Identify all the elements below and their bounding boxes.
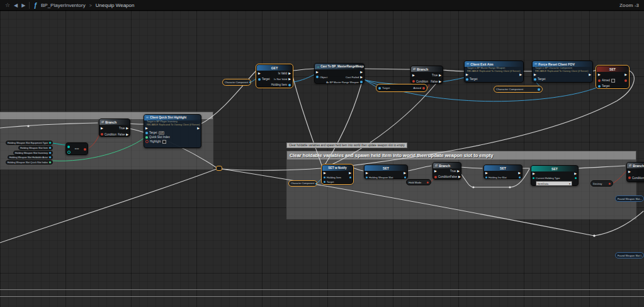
node-cast-to-bp-masterrangeweapon[interactable]: ➞Cast To BP_MasterRangeWeapon ▶ ▶ Object… — [314, 63, 364, 84]
object-pin[interactable] — [249, 81, 251, 83]
object-pin[interactable] — [324, 177, 325, 178]
exec-out-pin[interactable]: ▶ — [349, 171, 351, 175]
object-pin[interactable] — [349, 177, 351, 178]
exec-in-pin[interactable]: ▶ — [366, 171, 368, 175]
bool-pin[interactable] — [624, 79, 627, 82]
variable-pill-found-weapon-slot[interactable]: Found Weapon Slot... — [615, 195, 644, 202]
bool-pin[interactable] — [427, 182, 429, 183]
object-pin[interactable] — [366, 177, 368, 178]
node-set-w-notify[interactable]: SET w Notify ▶ ▶ Holding Item Target — [322, 165, 353, 184]
enum-pin[interactable] — [533, 177, 534, 179]
exec-out-pin[interactable]: ▶ — [197, 127, 200, 130]
node-get-validated[interactable]: GET ▶ Is Valid▶ Target Is Not Valid▶ Hol… — [256, 64, 293, 88]
node-set-holding-weapon-slot[interactable]: SET ▶ ▶ Holding Weapon Slot — [364, 165, 408, 179]
exec-out-pin[interactable]: ▶ — [126, 127, 128, 130]
enum-pin[interactable] — [49, 142, 51, 144]
object-pin[interactable] — [534, 78, 536, 81]
enum-pin[interactable] — [575, 177, 577, 179]
exec-in-pin[interactable]: ▶ — [434, 170, 437, 173]
exec-out-pin[interactable]: ▶ — [439, 80, 441, 83]
int-pin[interactable] — [145, 136, 148, 139]
node-equal-compare[interactable]: == — [65, 142, 88, 155]
object-pin[interactable] — [258, 78, 261, 81]
exec-out-pin[interactable]: ▶ — [360, 76, 363, 79]
exec-out-pin[interactable]: ▶ — [439, 74, 441, 77]
object-pin[interactable] — [466, 78, 468, 81]
exec-in-pin[interactable]: ▶ — [101, 127, 103, 130]
exec-out-pin[interactable]: ▶ — [360, 71, 363, 74]
variable-pill-character-component-3[interactable]: Character Component — [288, 180, 317, 187]
node-branch-mid[interactable]: ⇄Branch ▶ True▶ Condition False▶ — [432, 162, 461, 180]
exec-in-pin[interactable]: ▶ — [412, 74, 415, 77]
node-branch-top[interactable]: ⇄Branch ▶ True▶ Condition False▶ — [410, 66, 443, 84]
exec-in-pin[interactable]: ▶ — [598, 73, 601, 76]
variable-pill-found-weapon-slot-item[interactable]: Found Weapon Slot I... — [615, 252, 644, 258]
forward-arrow-icon[interactable]: ▶ — [21, 3, 25, 8]
enum-pin[interactable] — [67, 146, 70, 148]
node-branch-left[interactable]: ⇄Branch ▶ True▶ Condition False▶ — [99, 119, 130, 137]
exec-in-pin[interactable]: ▶ — [324, 171, 326, 175]
enum-dropdown[interactable]: ItemData ▾ — [536, 181, 572, 186]
object-pin[interactable] — [378, 87, 381, 90]
object-pin[interactable] — [288, 84, 291, 86]
node-set-aimed[interactable]: SET ▶ ▶ Aimed Target — [596, 66, 629, 88]
bool-pin[interactable] — [628, 177, 631, 179]
variable-pill-character-component-1[interactable]: Character Component — [222, 79, 251, 86]
bool-pin[interactable] — [412, 80, 415, 83]
exec-in-pin[interactable]: ▶ — [485, 171, 488, 175]
exec-out-pin[interactable]: ▶ — [126, 133, 128, 136]
back-arrow-icon[interactable]: ◀ — [14, 3, 18, 8]
exec-in-pin[interactable]: ▶ — [145, 127, 148, 130]
object-pin[interactable] — [598, 85, 601, 88]
exec-out-pin[interactable]: ▶ — [288, 78, 291, 81]
breadcrumb-blueprint[interactable]: BP_PlayerInventory — [41, 3, 86, 8]
breadcrumb-graph[interactable]: Unequip Weapon — [96, 3, 135, 8]
exec-in-pin[interactable]: ▶ — [628, 170, 631, 173]
node-set-current-holding-type[interactable]: SET ▶ ▶ Current Holding Type ItemData ▾ — [531, 165, 579, 186]
exec-out-pin[interactable]: ▶ — [458, 175, 461, 178]
bool-pin[interactable] — [422, 87, 425, 90]
object-pin[interactable] — [315, 183, 317, 185]
reroute-node[interactable] — [216, 166, 222, 171]
node-client-quick-slot-highlight[interactable]: ✉Client Quick Slot Highlight Target is B… — [144, 114, 201, 148]
node-set-holding-inv-slot[interactable]: SET ▶ ▶ Holding Inv Slot — [483, 165, 523, 179]
object-pin[interactable] — [49, 156, 51, 158]
object-pin[interactable] — [145, 132, 148, 134]
object-pin[interactable] — [404, 177, 406, 178]
exec-out-pin[interactable]: ▶ — [589, 73, 591, 76]
exec-out-pin[interactable]: ▶ — [624, 73, 627, 76]
bool-pin[interactable] — [145, 140, 149, 143]
object-pin[interactable] — [485, 177, 487, 178]
object-pin[interactable] — [49, 152, 51, 154]
bool-pin[interactable] — [598, 79, 601, 82]
variable-pill-holding-weapon-slot-quick-slot-index[interactable]: Holding Weapon Slot Quick Slot Index — [6, 160, 53, 165]
comment-main-header[interactable]: Clear holdable variables and spawn held … — [287, 151, 636, 159]
variable-pill-holding-weapon-slot-inventory[interactable]: Holding Weapon Slot Inventory — [13, 151, 53, 155]
bool-checkbox[interactable] — [611, 79, 615, 83]
exec-out-pin[interactable]: ▶ — [519, 73, 522, 76]
object-pin[interactable] — [360, 81, 363, 83]
object-pin[interactable] — [316, 76, 319, 78]
object-pin[interactable] — [538, 88, 540, 91]
exec-out-pin[interactable]: ▶ — [518, 171, 521, 175]
variable-pill-character-component-2[interactable]: Character Component — [494, 86, 543, 93]
bool-pin[interactable] — [101, 133, 103, 136]
exec-in-pin[interactable]: ▶ — [258, 72, 261, 75]
bool-pin[interactable] — [609, 183, 611, 185]
variable-pill-holding-weapon-slot-item[interactable]: Holding Weapon Slot Item — [18, 146, 53, 150]
bool-pin[interactable] — [434, 176, 437, 178]
variable-pill-destroy[interactable]: Destroy — [590, 180, 613, 187]
node-client-exit-aim[interactable]: ✉Client Exit Aim Target is BP Master Ran… — [464, 61, 524, 83]
exec-out-pin[interactable]: ▶ — [288, 72, 291, 75]
favorite-star-icon[interactable]: ☆ — [5, 3, 10, 8]
exec-out-pin[interactable]: ▶ — [457, 170, 460, 173]
variable-pill-holding-weapon-slot-holdable-actor[interactable]: Holding Weapon Slot Holdable Actor — [8, 155, 53, 159]
object-pin[interactable] — [519, 177, 521, 178]
variable-pill-holding-weapon-slot-equipment-type[interactable]: Holding Weapon Slot Equipment Type — [6, 141, 53, 145]
node-target-aimed-collapsed[interactable]: Target Aimed — [376, 84, 427, 92]
exec-out-pin[interactable]: ▶ — [574, 172, 577, 175]
comment-box-main[interactable]: Clear holdable variables and spawn held … — [286, 151, 636, 219]
int-pin[interactable] — [49, 161, 51, 163]
bool-pin[interactable] — [84, 148, 86, 151]
object-pin[interactable] — [49, 147, 51, 149]
